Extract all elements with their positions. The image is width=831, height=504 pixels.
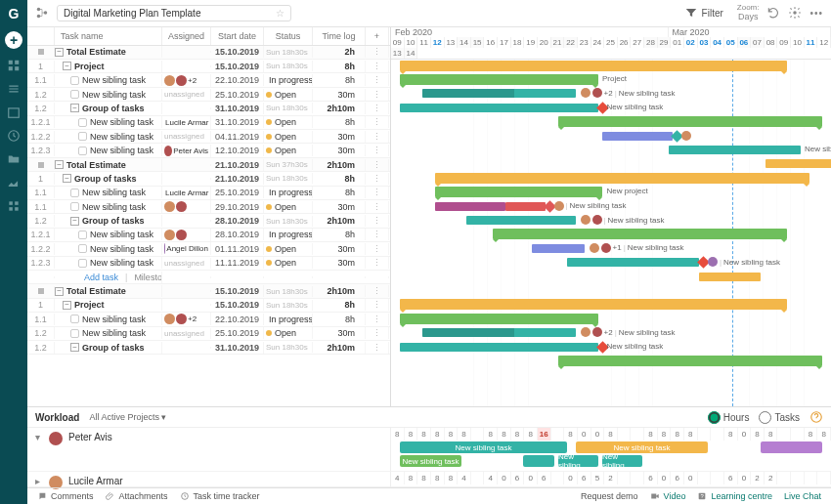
task-checkbox[interactable] <box>70 90 79 99</box>
workload-bar[interactable]: New sibling task <box>400 455 461 467</box>
collapse-toggle[interactable]: − <box>63 174 71 183</box>
avatar[interactable] <box>176 314 187 324</box>
gantt-bar[interactable] <box>505 202 546 211</box>
avatar[interactable] <box>164 230 175 240</box>
row-menu-icon[interactable]: ⋮ <box>366 116 389 128</box>
nav-projects-icon[interactable] <box>7 59 21 72</box>
more-icon[interactable]: ••• <box>809 8 823 19</box>
row-menu-icon[interactable]: ⋮ <box>366 89 389 101</box>
col-task-name[interactable]: Task name <box>55 27 162 45</box>
task-checkbox[interactable] <box>70 202 79 211</box>
workload-mode-tasks[interactable]: Tasks <box>759 411 800 424</box>
col-timelog[interactable]: Time log <box>313 27 366 45</box>
undo-icon[interactable] <box>766 6 780 20</box>
add-button[interactable]: + <box>5 31 22 49</box>
workload-bar[interactable] <box>523 455 554 467</box>
gantt-bar[interactable] <box>669 146 801 154</box>
task-row[interactable]: 1.2.3New sibling taskunassigned11.11.201… <box>27 257 390 271</box>
nav-list-icon[interactable] <box>7 82 21 96</box>
workload-person[interactable]: ▸Lucile Armar <box>27 472 391 487</box>
nav-calendar-icon[interactable] <box>7 105 21 119</box>
gantt-bar[interactable] <box>400 299 787 310</box>
row-menu-icon[interactable]: ⋮ <box>366 173 389 185</box>
add-task-link[interactable]: Add task <box>84 273 118 282</box>
avatar[interactable] <box>164 314 175 324</box>
avatar[interactable] <box>176 230 187 240</box>
task-row[interactable]: −Total Estimate21.10.2019Sun 37h30s2h10m… <box>27 158 390 172</box>
gantt-bar[interactable] <box>466 216 577 225</box>
task-row[interactable]: −Total Estimate15.10.2019Sun 18h30s2h10m… <box>27 284 390 298</box>
row-menu-icon[interactable]: ⋮ <box>366 46 389 58</box>
task-row[interactable]: 1.2−Group of tasks28.10.2019Sun 18h30s2h… <box>27 214 390 228</box>
row-menu-icon[interactable] <box>366 276 389 278</box>
task-checkbox[interactable] <box>78 231 87 239</box>
task-row[interactable]: 1.2.1New sibling task28.10.2019In progre… <box>27 229 390 242</box>
zoom-control[interactable]: Zoom: Days <box>737 4 760 22</box>
nav-grid-icon[interactable] <box>7 199 21 213</box>
task-checkbox[interactable] <box>70 315 79 323</box>
gantt-bar[interactable] <box>400 343 598 352</box>
avatar[interactable] <box>176 201 187 212</box>
row-menu-icon[interactable]: ⋮ <box>366 145 389 156</box>
gantt-bar[interactable] <box>435 187 602 197</box>
avatar[interactable] <box>164 243 165 254</box>
footer-tracker[interactable]: Task time tracker <box>180 491 260 501</box>
col-start[interactable]: Start date <box>211 27 264 45</box>
footer-comments[interactable]: Comments <box>37 491 94 501</box>
task-row[interactable]: Add task|Milestone <box>27 271 390 284</box>
col-add[interactable]: + <box>366 27 389 45</box>
task-row[interactable]: 1.2.2New sibling taskAngel Dillon01.11.2… <box>27 242 390 256</box>
collapse-toggle[interactable]: − <box>55 287 64 296</box>
task-row[interactable]: 1.1New sibling taskLucile Armar25.10.201… <box>27 187 390 200</box>
collapse-toggle[interactable]: − <box>55 160 64 169</box>
task-checkbox[interactable] <box>70 76 79 85</box>
task-row[interactable]: 1.2−Group of tasks31.10.2019Sun 18h30s2h… <box>27 102 390 115</box>
workload-bar[interactable]: New sibling... <box>602 455 642 467</box>
task-row[interactable]: 1−Group of tasks21.10.2019Sun 18h30s8h⋮ <box>27 172 390 186</box>
workload-projects-dropdown[interactable]: All Active Projects ▾ <box>89 412 166 422</box>
gantt-bar[interactable] <box>400 104 598 112</box>
footer-attachments[interactable]: Attachments <box>106 491 168 501</box>
help-icon[interactable] <box>809 410 823 424</box>
task-row[interactable]: 1.2−Group of tasks31.10.2019Sun 18h30s2h… <box>27 341 390 355</box>
task-row[interactable]: 1−Project15.10.2019Sun 18h30s8h⋮ <box>27 60 390 73</box>
task-checkbox[interactable] <box>70 189 79 197</box>
row-menu-icon[interactable]: ⋮ <box>366 61 389 72</box>
collapse-toggle[interactable]: − <box>63 62 71 70</box>
gantt-bar[interactable] <box>765 159 832 168</box>
nav-clock-icon[interactable] <box>7 129 21 143</box>
row-menu-icon[interactable]: ⋮ <box>366 103 389 114</box>
gantt-chart[interactable]: Feb 2020 Mar 2020 0910111213141516171819… <box>391 27 831 406</box>
task-checkbox[interactable] <box>78 259 87 268</box>
workload-bar[interactable] <box>761 441 822 453</box>
task-row[interactable]: 1−Project15.10.2019Sun 18h30s8h⋮ <box>27 299 390 313</box>
row-menu-icon[interactable]: ⋮ <box>366 187 389 198</box>
settings-icon[interactable] <box>788 6 802 20</box>
collapse-toggle[interactable]: − <box>63 301 71 310</box>
row-menu-icon[interactable]: ⋮ <box>366 215 389 227</box>
star-icon[interactable]: ☆ <box>276 8 284 19</box>
collapse-toggle[interactable]: − <box>70 343 79 352</box>
gantt-bar[interactable] <box>602 132 673 141</box>
gantt-bar[interactable] <box>400 74 598 85</box>
task-checkbox[interactable] <box>78 118 87 127</box>
task-row[interactable]: 1.1New sibling task+222.10.2019In progre… <box>27 73 390 87</box>
expand-icon[interactable]: ▸ <box>35 476 43 486</box>
row-menu-icon[interactable]: ⋮ <box>366 257 389 269</box>
row-menu-icon[interactable]: ⋮ <box>366 285 389 297</box>
gantt-bar[interactable] <box>435 173 809 184</box>
workload-bar[interactable]: New sibling task <box>400 441 567 453</box>
collapse-toggle[interactable]: − <box>55 48 64 57</box>
gantt-bar[interactable] <box>567 258 699 267</box>
project-title-input[interactable]: Digital Marketing Plan Template ☆ <box>57 5 291 21</box>
row-menu-icon[interactable]: ⋮ <box>366 342 389 354</box>
footer-chat[interactable]: Live Chat <box>784 491 821 501</box>
task-row[interactable]: 1.2.3New sibling taskPeter Avis12.10.201… <box>27 144 390 157</box>
col-status[interactable]: Status <box>264 27 313 45</box>
hierarchy-icon[interactable] <box>35 6 49 20</box>
workload-bar[interactable]: New sibling... <box>558 455 598 467</box>
add-milestone-link[interactable]: Milestone <box>134 273 162 282</box>
gantt-bar[interactable] <box>422 89 577 98</box>
gantt-bar[interactable] <box>400 61 787 71</box>
collapse-toggle[interactable]: − <box>70 104 79 112</box>
